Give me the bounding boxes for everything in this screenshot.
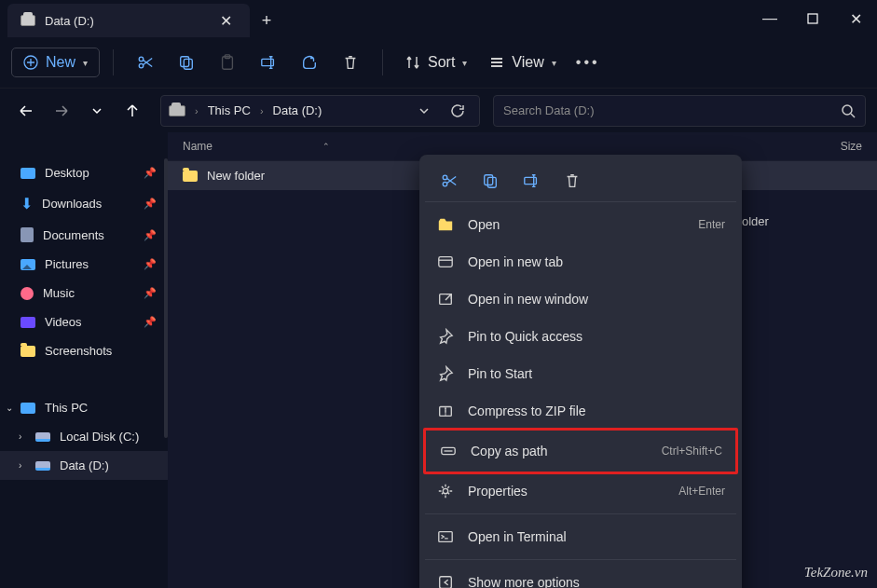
ctx-item-open[interactable]: OpenEnter [425, 206, 736, 243]
more-button[interactable]: ••• [569, 46, 607, 79]
sidebar-item-desktop[interactable]: Desktop📌 [0, 158, 168, 187]
rename-button[interactable] [250, 46, 287, 79]
sort-button[interactable]: Sort ▾ [396, 48, 476, 76]
recent-button[interactable] [82, 96, 112, 126]
drive-icon [35, 432, 50, 442]
share-icon [301, 54, 318, 71]
ctx-cut-button[interactable] [432, 166, 466, 196]
minimize-button[interactable]: — [748, 0, 791, 37]
clipboard-icon [219, 54, 236, 71]
svg-rect-20 [439, 532, 452, 542]
file-name: New folder [207, 169, 265, 183]
breadcrumb-item[interactable]: This PC [208, 103, 251, 117]
ctx-item-compress-to-zip-file[interactable]: Compress to ZIP file [425, 392, 736, 430]
maximize-button[interactable] [791, 0, 834, 37]
chevron-right-icon[interactable]: › [19, 431, 21, 442]
address-bar[interactable]: › This PC › Data (D:) [160, 95, 480, 127]
breadcrumb-item[interactable]: Data (D:) [273, 103, 322, 117]
svg-rect-14 [525, 177, 537, 184]
props-icon [436, 482, 455, 500]
search-input[interactable] [503, 103, 841, 117]
titlebar: Data (D:) ✕ + — ✕ [0, 0, 877, 37]
new-button[interactable]: New ▾ [11, 48, 100, 77]
desktop-icon [21, 168, 35, 179]
more-icon [436, 573, 455, 588]
paste-button[interactable] [209, 46, 246, 79]
ctx-item-properties[interactable]: PropertiesAlt+Enter [425, 472, 736, 510]
refresh-button[interactable] [444, 97, 472, 125]
navigation-bar: › This PC › Data (D:) [0, 88, 877, 132]
pin-icon: 📌 [144, 229, 157, 241]
svg-rect-0 [808, 14, 817, 23]
ctx-item-open-in-new-window[interactable]: Open in new window [425, 280, 736, 318]
back-button[interactable] [11, 96, 41, 126]
chevron-down-icon[interactable]: ⌄ [6, 403, 13, 413]
svg-rect-12 [485, 175, 493, 185]
scissors-icon [137, 54, 154, 71]
scissors-icon [441, 172, 458, 189]
ctx-item-show-more-options[interactable]: Show more options [425, 564, 736, 588]
column-size[interactable]: Size [806, 140, 862, 153]
search-bar[interactable] [493, 95, 866, 127]
ctx-item-pin-to-quick-access[interactable]: Pin to Quick access [425, 318, 736, 355]
separator [425, 559, 736, 560]
separator [113, 49, 114, 75]
ctx-item-label: Show more options [468, 575, 725, 588]
ctx-item-accelerator: Alt+Enter [678, 485, 725, 498]
delete-button[interactable] [332, 46, 369, 79]
window-tab[interactable]: Data (D:) ✕ [7, 4, 250, 37]
folder-icon [183, 171, 198, 182]
sidebar-item-videos[interactable]: Videos📌 [0, 308, 168, 336]
videos-icon [21, 317, 35, 328]
sidebar-item-downloads[interactable]: ⬇Downloads📌 [0, 187, 168, 220]
ctx-item-label: Open in Terminal [468, 529, 725, 544]
share-button[interactable] [291, 46, 328, 79]
sidebar-item-label: Local Disk (C:) [60, 430, 139, 444]
ctx-item-open-in-terminal[interactable]: Open in Terminal [425, 518, 736, 555]
column-name[interactable]: Name⌃ [183, 140, 806, 153]
sidebar-item-music[interactable]: Music📌 [0, 279, 168, 308]
folder-icon [21, 346, 35, 357]
history-dropdown-button[interactable] [410, 97, 438, 125]
sidebar-item-data-drive[interactable]: ›Data (D:) [0, 451, 168, 480]
ctx-item-open-in-new-tab[interactable]: Open in new tab [425, 243, 736, 280]
ctx-rename-button[interactable] [514, 166, 548, 196]
new-tab-button[interactable]: + [250, 4, 283, 37]
chevron-down-icon [91, 105, 103, 116]
sidebar-item-local-disk[interactable]: ›Local Disk (C:) [0, 422, 168, 451]
tab-close-button[interactable]: ✕ [214, 9, 237, 32]
sidebar-item-documents[interactable]: Documents📌 [0, 220, 168, 250]
pin-icon: 📌 [144, 287, 157, 299]
chevron-down-icon [418, 105, 430, 116]
ctx-item-label: Compress to ZIP file [468, 403, 725, 418]
arrow-right-icon [54, 103, 69, 118]
sort-label: Sort [428, 54, 455, 71]
pc-icon [21, 403, 35, 414]
chevron-right-icon[interactable]: › [19, 460, 21, 471]
zip-icon [436, 402, 455, 420]
svg-rect-5 [184, 59, 192, 69]
forward-button[interactable] [47, 96, 76, 126]
chevron-down-icon: ▾ [462, 58, 467, 68]
copy-button[interactable] [168, 46, 205, 79]
sidebar-item-this-pc[interactable]: ⌄This PC [0, 393, 168, 422]
chevron-right-icon: › [195, 105, 199, 116]
chevron-right-icon: › [260, 105, 264, 116]
svg-rect-4 [181, 57, 189, 67]
arrow-left-icon [19, 103, 34, 118]
sidebar-item-screenshots[interactable]: Screenshots [0, 336, 168, 365]
ctx-item-pin-to-start[interactable]: Pin to Start [425, 355, 736, 392]
pin-icon: 📌 [144, 167, 157, 179]
ctx-item-copy-as-path[interactable]: Copy as pathCtrl+Shift+C [423, 428, 738, 474]
cut-button[interactable] [127, 46, 164, 79]
arrow-up-icon [125, 103, 140, 118]
ctx-copy-button[interactable] [473, 166, 507, 196]
context-menu-quick-actions [425, 160, 736, 202]
close-window-button[interactable]: ✕ [834, 0, 877, 37]
download-icon: ⬇ [21, 195, 33, 212]
up-button[interactable] [117, 96, 147, 126]
view-button[interactable]: View ▾ [480, 48, 565, 76]
sidebar-item-pictures[interactable]: Pictures📌 [0, 250, 168, 279]
partial-row: older [742, 214, 769, 228]
ctx-delete-button[interactable] [555, 166, 589, 196]
